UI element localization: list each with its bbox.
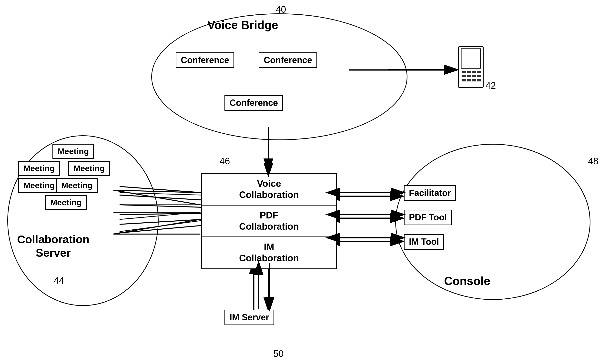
meeting-box-4: Meeting [18, 178, 60, 193]
im-tool-box: IM Tool [404, 234, 444, 250]
svg-rect-29 [472, 75, 476, 77]
console-label: Console [444, 274, 490, 288]
svg-rect-28 [467, 75, 471, 77]
im-collab-row: IMCollaboration [202, 237, 336, 268]
svg-rect-33 [472, 79, 476, 81]
conference-box-1: Conference [176, 52, 234, 68]
svg-rect-24 [467, 71, 471, 73]
center-collab-box: VoiceCollaboration PDFCollaboration IMCo… [201, 173, 337, 269]
collab-server-label: CollaborationServer [17, 233, 89, 260]
svg-rect-23 [462, 71, 466, 73]
voice-bridge-label: Voice Bridge [207, 18, 278, 32]
svg-rect-31 [462, 79, 466, 81]
diagram: 40 Voice Bridge Conference Conference Co… [0, 0, 609, 364]
voice-collab-row: VoiceCollaboration [202, 174, 336, 206]
svg-rect-32 [467, 79, 471, 81]
im-server-box: IM Server [224, 310, 274, 325]
device-icon [458, 45, 484, 89]
meeting-box-6: Meeting [45, 195, 87, 210]
meeting-box-5: Meeting [56, 178, 98, 193]
label-48: 48 [588, 156, 598, 167]
svg-rect-34 [477, 79, 481, 81]
meeting-box-2: Meeting [18, 161, 60, 176]
svg-rect-25 [472, 71, 476, 73]
svg-rect-22 [461, 49, 481, 68]
svg-rect-26 [477, 71, 481, 73]
pdf-collab-row: PDFCollaboration [202, 206, 336, 237]
conference-box-2: Conference [259, 52, 317, 68]
svg-rect-27 [462, 75, 466, 77]
label-42: 42 [486, 80, 496, 91]
voice-bridge-ellipse [151, 13, 407, 140]
facilitator-box: Facilitator [404, 185, 456, 201]
meeting-box-3: Meeting [68, 161, 110, 176]
label-44: 44 [54, 275, 64, 286]
meeting-box-1: Meeting [53, 144, 94, 159]
pdf-tool-box: PDF Tool [404, 210, 452, 225]
label-50: 50 [273, 349, 284, 359]
label-46: 46 [220, 156, 230, 167]
svg-rect-30 [477, 75, 481, 77]
conference-box-3: Conference [224, 95, 283, 111]
